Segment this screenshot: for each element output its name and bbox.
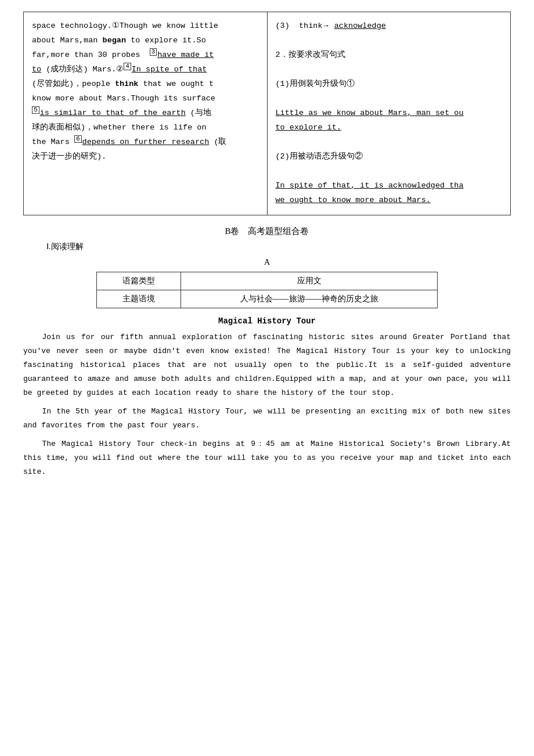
bold-think: think — [115, 80, 139, 88]
right-item1: (3) think→ acknowledge — [276, 21, 386, 30]
sub2-content2: we ought to know more about Mars. — [276, 196, 431, 204]
superscript-4: 4 — [124, 63, 131, 70]
genre-label: 语篇类型 — [97, 272, 181, 290]
section2-label: 2．按要求改写句式 — [276, 51, 345, 59]
paragraph-2: In the 5th year of the Magical History T… — [23, 405, 511, 433]
article-title: Magical History Tour — [23, 316, 511, 326]
paragraph-1: Join us for our fifth annual exploration… — [23, 330, 511, 400]
arrow-icon: → — [324, 19, 329, 34]
sub2-label: (2)用被动语态升级句② — [276, 152, 363, 161]
underline-to: to — [32, 65, 41, 74]
superscript-3: 3 — [150, 48, 157, 56]
sub-a-label: A — [23, 258, 511, 267]
section-b-header: B卷 高考题型组合卷 — [23, 226, 511, 237]
sub1-label: (1)用倒装句升级句① — [276, 80, 355, 88]
right-column: (3) think→ acknowledge 2．按要求改写句式 (1)用倒装句… — [267, 12, 511, 215]
sub1-content: Little as we know about Mars, man set ou — [276, 109, 464, 117]
underline-similar: is similar to that of the earth — [40, 109, 186, 117]
underline-have-made-it: have made it — [157, 51, 214, 59]
paragraph-3: The Magical History Tour check-in begins… — [23, 437, 511, 479]
sub1-content2: to explore it. — [276, 123, 341, 132]
underline-depends: depends on further research — [82, 138, 210, 146]
superscript-5: 5 — [32, 106, 39, 114]
bold-began: began — [103, 36, 127, 45]
theme-label: 主题语境 — [97, 290, 181, 308]
left-text: space technology.①Though we know little … — [32, 21, 226, 161]
left-column: space technology.①Though we know little … — [24, 12, 268, 215]
subsection-label: Ⅰ.阅读理解 — [46, 242, 511, 252]
exercise-table: space technology.①Though we know little … — [23, 12, 511, 215]
theme-value: 人与社会——旅游——神奇的历史之旅 — [181, 290, 438, 308]
sub2-content: In spite of that, it is acknowledged tha — [276, 181, 464, 190]
superscript-6: 6 — [74, 135, 82, 143]
genre-value: 应用文 — [181, 272, 438, 290]
acknowledge-word: acknowledge — [334, 21, 386, 30]
underline-in-spite: In spite of that — [132, 65, 207, 74]
genre-table: 语篇类型 应用文 主题语境 人与社会——旅游——神奇的历史之旅 — [96, 272, 438, 308]
